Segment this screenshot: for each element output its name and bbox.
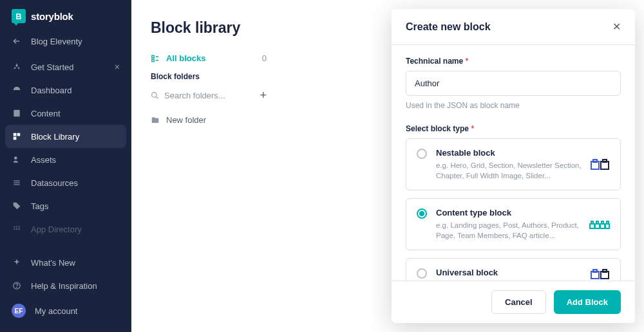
- sparkle-icon: [12, 257, 22, 268]
- technical-name-input[interactable]: [406, 71, 621, 96]
- technical-name-helper: Used in the JSON as block name: [406, 101, 621, 110]
- datasources-icon: [12, 178, 22, 188]
- nav: Get Started × Dashboard Content Block Li…: [0, 53, 131, 243]
- option-title: Universal block: [436, 268, 582, 277]
- sidebar-bottom: What's New Help & Inspiration EF My acco…: [0, 251, 131, 332]
- sidebar-item-label: What's New: [31, 258, 75, 268]
- modal-close-button[interactable]: ✕: [612, 21, 621, 33]
- blocks-icon: [12, 131, 22, 142]
- add-folder-button[interactable]: +: [260, 89, 267, 102]
- universal-icon: [591, 269, 610, 279]
- svg-rect-26: [590, 224, 594, 228]
- svg-point-12: [16, 228, 17, 230]
- sidebar-item-get-started[interactable]: Get Started ×: [0, 55, 131, 78]
- folder-icon: [151, 116, 160, 125]
- radio-icon: [417, 268, 427, 279]
- search-icon: [151, 91, 159, 100]
- select-block-type-label: Select block type *: [406, 124, 621, 133]
- modal-title: Create new block: [406, 21, 491, 33]
- svg-rect-28: [600, 224, 605, 228]
- sidebar-item-help[interactable]: Help & Inspiration: [0, 274, 131, 297]
- help-icon: [12, 281, 22, 291]
- sidebar-item-account[interactable]: EF My account: [0, 297, 131, 324]
- sidebar-item-content[interactable]: Content: [0, 102, 131, 125]
- svg-point-8: [14, 226, 15, 227]
- option-content-type-block[interactable]: Content type block e.g. Landing pages, P…: [406, 198, 621, 250]
- svg-point-13: [18, 228, 19, 230]
- sidebar-item-block-library[interactable]: Block Library: [5, 125, 126, 148]
- svg-rect-27: [595, 224, 600, 228]
- back-label: Blog Eleventy: [31, 37, 82, 46]
- svg-rect-30: [591, 221, 593, 224]
- folder-item[interactable]: New folder: [151, 115, 267, 125]
- sidebar-item-dashboard[interactable]: Dashboard: [0, 78, 131, 102]
- main: Block library All blocks 0 Block folders…: [131, 0, 644, 332]
- sidebar-item-label: Block Library: [31, 132, 79, 142]
- svg-rect-16: [152, 55, 155, 58]
- svg-point-10: [18, 226, 19, 227]
- svg-rect-33: [607, 221, 609, 224]
- tag-icon: [12, 201, 22, 211]
- option-desc: e.g. Hero, Grid, Section, Newsletter Sec…: [436, 160, 582, 181]
- sidebar-item-tags[interactable]: Tags: [0, 194, 131, 217]
- svg-rect-2: [17, 133, 21, 136]
- sidebar-item-whats-new[interactable]: What's New: [0, 251, 131, 274]
- close-icon[interactable]: ×: [115, 62, 120, 72]
- sidebar-item-assets[interactable]: Assets: [0, 148, 131, 171]
- radio-icon: [417, 208, 427, 219]
- svg-point-4: [14, 156, 17, 160]
- svg-rect-1: [14, 133, 17, 136]
- svg-point-11: [14, 228, 15, 230]
- dashboard-icon: [12, 85, 22, 95]
- technical-name-label: Technical name *: [406, 57, 621, 66]
- sidebar-item-label: Tags: [31, 201, 48, 211]
- svg-rect-17: [152, 59, 155, 62]
- folders-panel: All blocks 0 Block folders Search folder…: [151, 53, 267, 207]
- svg-rect-0: [14, 110, 19, 117]
- option-nestable-block[interactable]: Nestable block e.g. Hero, Grid, Section,…: [406, 138, 621, 190]
- svg-line-21: [156, 97, 158, 98]
- sidebar-item-label: My account: [35, 306, 77, 316]
- logo[interactable]: B storyblok: [0, 0, 131, 30]
- all-blocks-count: 0: [262, 53, 267, 63]
- search-input[interactable]: Search folders...: [164, 91, 225, 100]
- assets-icon: [12, 154, 22, 165]
- all-blocks-label: All blocks: [166, 53, 205, 63]
- sidebar-item-label: Dashboard: [31, 86, 72, 95]
- all-blocks-icon: [151, 54, 160, 63]
- all-blocks-link[interactable]: All blocks 0: [151, 53, 267, 63]
- option-desc: e.g. Landing pages, Post, Authors, Produ…: [436, 220, 580, 241]
- content-icon: [12, 108, 22, 118]
- logo-text: storyblok: [31, 11, 73, 22]
- content-type-icon: [589, 220, 610, 229]
- sidebar-item-datasources[interactable]: Datasources: [0, 171, 131, 194]
- apps-icon: [12, 224, 22, 234]
- sidebar-item-label: Help & Inspiration: [31, 281, 97, 291]
- option-title: Nestable block: [436, 148, 582, 158]
- sidebar: B storyblok Blog Eleventy Get Started × …: [0, 0, 131, 332]
- rocket-icon: [12, 62, 22, 72]
- create-block-modal: Create new block ✕ Technical name * Used…: [392, 9, 635, 323]
- cancel-button[interactable]: Cancel: [491, 290, 546, 314]
- sidebar-item-label: Datasources: [31, 178, 78, 188]
- svg-rect-29: [605, 224, 609, 228]
- sidebar-item-label: Content: [31, 109, 61, 118]
- svg-point-15: [17, 288, 17, 288]
- sidebar-item-label: App Directory: [31, 225, 82, 234]
- svg-point-20: [152, 93, 157, 98]
- radio-icon: [417, 149, 427, 159]
- svg-point-9: [16, 226, 17, 227]
- back-button[interactable]: Blog Eleventy: [0, 30, 131, 53]
- svg-rect-32: [601, 221, 603, 224]
- nestable-icon: [591, 159, 610, 171]
- sidebar-item-label: Assets: [31, 155, 56, 165]
- option-universal-block[interactable]: Universal block: [406, 258, 621, 281]
- logo-mark-icon: B: [12, 9, 26, 23]
- arrow-left-icon: [12, 36, 22, 46]
- option-title: Content type block: [436, 208, 580, 217]
- folders-title: Block folders: [151, 72, 267, 81]
- avatar: EF: [12, 304, 26, 318]
- add-block-button[interactable]: Add Block: [554, 290, 621, 314]
- sidebar-item-app-directory[interactable]: App Directory: [0, 217, 131, 241]
- sidebar-item-label: Get Started: [31, 62, 73, 72]
